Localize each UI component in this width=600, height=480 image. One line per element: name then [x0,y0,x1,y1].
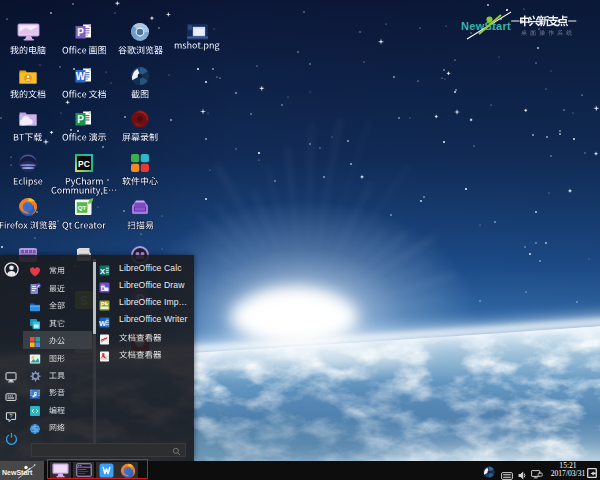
svg-text:?: ? [10,413,13,419]
svg-text:P: P [77,114,84,125]
svg-text:X: X [100,267,105,276]
svg-text:NewStart: NewStart [461,20,511,32]
svg-text:W: W [76,70,86,81]
svg-text:W: W [99,318,107,327]
svg-text:P: P [77,27,84,38]
svg-text:P: P [101,301,105,307]
svg-text:QT: QT [78,204,87,211]
svg-text:PC: PC [78,159,90,169]
svg-text:D: D [101,285,106,292]
